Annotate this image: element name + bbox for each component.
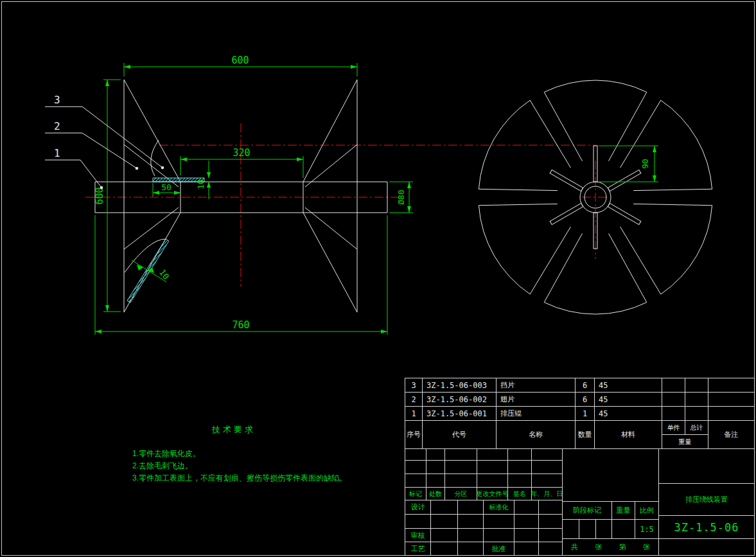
bom-header-qty: 数量 <box>576 421 595 449</box>
sig-cell <box>539 515 563 529</box>
rev-cell <box>477 474 508 488</box>
label-count: 处数 <box>426 488 445 500</box>
rev-cell <box>405 474 426 488</box>
rev-cell <box>426 474 445 488</box>
rev-cell <box>532 449 563 461</box>
rev-cell <box>405 461 426 474</box>
label-mark: 标记 <box>405 488 426 500</box>
bom-seq: 3 <box>405 378 423 393</box>
rev-cell <box>426 449 445 461</box>
label-design: 设计 <box>405 500 431 515</box>
bom-header-total: 总计 <box>685 421 708 435</box>
rev-cell <box>508 449 532 461</box>
rev-cell <box>426 461 445 474</box>
sig-cell <box>405 515 431 529</box>
label-pages-total: 共 <box>571 542 578 552</box>
bom-material: 45 <box>595 393 662 407</box>
balloon-1: 1 <box>54 147 60 159</box>
sheet-count-row: 共 张 第 张 <box>563 539 659 556</box>
bom-remark <box>708 393 755 407</box>
dim-overall-length: 760 <box>232 319 249 331</box>
bom-code: 3Z-1.5-06-001 <box>423 407 497 421</box>
sig-cell <box>484 515 514 529</box>
bom-total-weight <box>685 407 708 421</box>
rev-cell <box>405 449 426 461</box>
rev-cell <box>508 461 532 474</box>
bom-remark <box>708 407 755 421</box>
sig-cell <box>514 529 539 542</box>
sig-cell <box>539 500 563 515</box>
sig-cell <box>431 529 458 542</box>
bom-header-weight: 重量 <box>662 435 708 449</box>
bom-material: 45 <box>595 378 662 393</box>
rev-cell <box>445 474 477 488</box>
sig-cell <box>514 542 539 556</box>
label-zone: 分区 <box>445 488 477 500</box>
balloon-numbers: 3 2 1 <box>54 94 60 159</box>
bom-header-code: 代号 <box>423 421 497 449</box>
label-date: 年、月、日 <box>532 488 563 500</box>
bom-header-remark: 备注 <box>708 421 755 449</box>
bom-header-unit: 单件 <box>662 421 685 435</box>
bom-code: 3Z-1.5-06-003 <box>423 378 497 393</box>
label-change-doc: 更改文件号 <box>477 488 508 500</box>
bom-code: 3Z-1.5-06-002 <box>423 393 497 407</box>
rev-cell <box>532 474 563 488</box>
bom-material: 45 <box>595 407 662 421</box>
sig-cell <box>514 500 539 515</box>
bom-unit-weight <box>662 393 685 407</box>
drawing-sheet: 600 600 320 50 10 Ø80 760 10 90 3 2 1 技术… <box>0 0 756 557</box>
title-block: 3 3Z-1.5-06-003 挡片 6 45 2 3Z-1.5-06-002 … <box>405 378 755 556</box>
rev-cell <box>445 461 477 474</box>
bom-seq: 2 <box>405 393 423 407</box>
dim-fin-offset: 50 <box>161 182 171 192</box>
scale-value: 1:5 <box>635 520 659 539</box>
weight-value <box>612 520 635 539</box>
bom-remark <box>708 378 755 393</box>
label-standardize: 标准化 <box>484 500 514 515</box>
tech-req-item: 3.零件加工表面上，不应有划痕、擦伤等损伤零件表面的缺陷。 <box>132 473 347 484</box>
label-scale: 比例 <box>635 502 659 520</box>
dim-flange-diameter: 600 <box>94 187 105 204</box>
bom-header-material: 材料 <box>595 421 662 449</box>
sig-cell <box>431 542 458 556</box>
sig-cell <box>484 529 514 542</box>
bom-seq: 1 <box>405 407 423 421</box>
sig-cell <box>431 515 458 529</box>
bom-header-name: 名称 <box>497 421 576 449</box>
dim-fin-height: 90 <box>640 159 650 169</box>
bom-total-weight <box>685 378 708 393</box>
label-check: 审核 <box>405 529 431 542</box>
centerlines <box>85 123 610 287</box>
balloon-dots <box>100 166 164 190</box>
label-process: 工艺 <box>405 542 431 556</box>
bom-qty: 1 <box>576 407 595 421</box>
sig-cell <box>539 529 563 542</box>
sig-cell <box>514 515 539 529</box>
bom-qty: 6 <box>576 393 595 407</box>
balloon-leaders <box>45 107 163 188</box>
bom-header-seq: 序号 <box>405 421 423 449</box>
rev-cell <box>477 461 508 474</box>
label-page-no: 第 <box>619 542 626 552</box>
dim-fin-thickness: 10 <box>196 179 206 190</box>
stage-cell <box>579 520 596 539</box>
bom-qty: 6 <box>576 378 595 393</box>
label-weight: 重量 <box>612 502 635 520</box>
dim-fin-slant-thickness: 10 <box>157 267 171 281</box>
dim-top-width: 600 <box>231 55 249 66</box>
sig-cell <box>431 500 458 515</box>
stage-cell <box>563 520 579 539</box>
tech-req-item: 1.零件去除氧化皮。 <box>132 448 200 459</box>
rev-cell <box>445 449 477 461</box>
rev-cell <box>477 449 508 461</box>
sig-cell <box>458 542 484 556</box>
bom-unit-weight <box>662 407 685 421</box>
drawing-number: 3Z-1.5-06 <box>659 516 755 539</box>
org-cell <box>659 449 755 484</box>
sig-cell <box>458 529 484 542</box>
bom-total-weight <box>685 393 708 407</box>
tech-req-title: 技术要求 <box>212 424 256 436</box>
label-sign: 签名 <box>508 488 532 500</box>
label-approve: 批准 <box>484 542 514 556</box>
